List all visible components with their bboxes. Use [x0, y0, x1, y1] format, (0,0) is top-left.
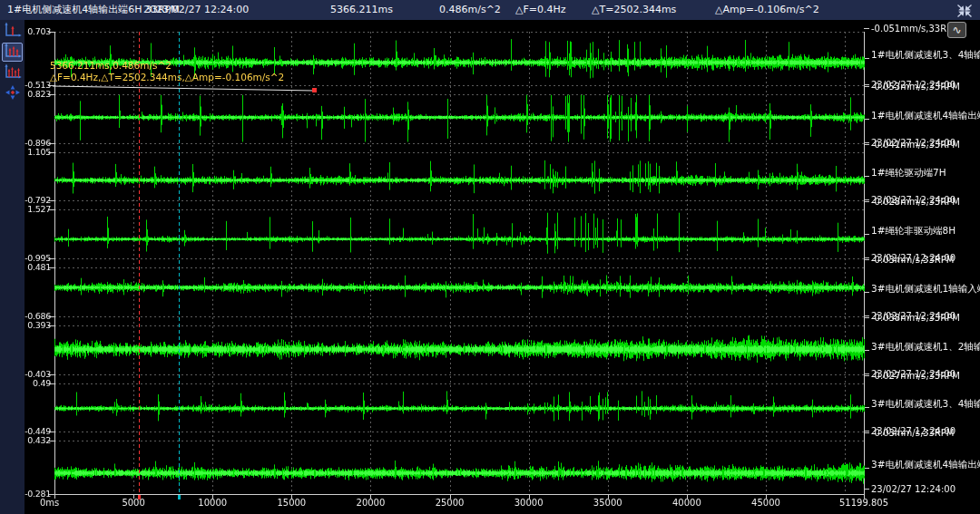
annotation-line2: △F=0.4Hz,△T=2502.344ms,△Amp=-0.106m/s^2: [50, 72, 284, 83]
channel-name-label: 3#电机侧减速机1轴输入端3H: [871, 284, 980, 294]
single-trace-icon: [4, 22, 22, 42]
channel-value-label: -0.053mm/s,33RPM: [871, 82, 960, 92]
waveform-mode-button[interactable]: ∿: [947, 22, 966, 38]
channel-value-label: -0.041mm/s,33RPM: [871, 140, 960, 150]
channel-name-label: 3#电机侧减速机3、4轴输入端5V: [871, 399, 980, 409]
channel-name-label: 3#电机侧减速机4轴输出端6H: [871, 460, 980, 470]
header-datetime: 2023/02/27 12:24:00: [143, 4, 249, 16]
x-axis-tick-label: 35000: [572, 498, 644, 508]
toolbar-sidebar: [0, 20, 24, 514]
channel-datetime-label: 23/02/27 12:24:00: [871, 484, 956, 494]
channel-value-label: -0.03mm/s,33RPM: [871, 428, 954, 438]
x-axis-tick-label: 45000: [730, 498, 802, 508]
x-axis-tick-label: 5000: [97, 498, 170, 508]
channel-value-label: -0.03mm/s,33RPM: [871, 255, 954, 265]
pan-tool-button[interactable]: [2, 84, 23, 103]
x-axis-tick-label: 15000: [255, 498, 328, 508]
channel-name-label: 1#电机侧减速机3、4轴输入端5V: [871, 50, 980, 60]
app-window: 1#电机侧减速机4轴输出端6H 33RPM 2023/02/27 12:24:0…: [0, 0, 980, 514]
channel-value-label: -0.028mm/s,33RPM: [871, 197, 960, 207]
collapse-window-icon[interactable]: [956, 4, 973, 18]
x-axis-tick-label: 30000: [493, 498, 565, 508]
channel-name-label: 1#电机侧减速机4轴输出端6H: [871, 111, 980, 121]
single-trace-view-button[interactable]: [2, 22, 23, 41]
channel-value-label: -0.038mm/s,33RPM: [871, 313, 960, 323]
cursor-time-readout: 5366.211ms: [330, 4, 393, 16]
x-axis-tick-label: 40000: [651, 498, 723, 508]
cursor-annotation: 5366.211ms,0.486m/s^2 △F=0.4Hz,△T=2502.3…: [50, 60, 284, 83]
header-bar: 1#电机侧减速机4轴输出端6H 33RPM 2023/02/27 12:24:0…: [0, 0, 980, 20]
channel-name-label: 1#绳轮驱动端7H: [871, 168, 946, 178]
x-axis-tick-label: 51199.805: [828, 498, 900, 508]
channel-name-label: 3#电机侧减速机1、2轴输出端4A: [871, 342, 980, 352]
stacked-trace-view-button[interactable]: [2, 63, 23, 82]
multi-trace-icon: [4, 43, 22, 63]
x-axis-tick-label: 0ms: [40, 498, 59, 508]
pan-icon: [5, 84, 21, 104]
x-axis-tick-label: 25000: [414, 498, 486, 508]
multi-trace-view-button[interactable]: [2, 43, 23, 62]
x-axis-tick-label: 20000: [334, 498, 407, 508]
delta-frequency-readout: △F=0.4Hz: [515, 4, 566, 16]
delta-amplitude-readout: △Amp=-0.106m/s^2: [715, 4, 819, 16]
cursor-amplitude-readout: 0.486m/s^2: [439, 4, 501, 16]
channel-value-label: -0.027mm/s,33RPM: [871, 371, 960, 381]
x-axis-tick-label: 10000: [176, 498, 249, 508]
annotation-line1: 5366.211ms,0.486m/s^2: [50, 60, 284, 72]
stacked-trace-icon: [4, 63, 22, 83]
channel-name-label: 1#绳轮非驱动端8H: [871, 226, 956, 236]
delta-time-readout: △T=2502.344ms: [592, 4, 676, 16]
